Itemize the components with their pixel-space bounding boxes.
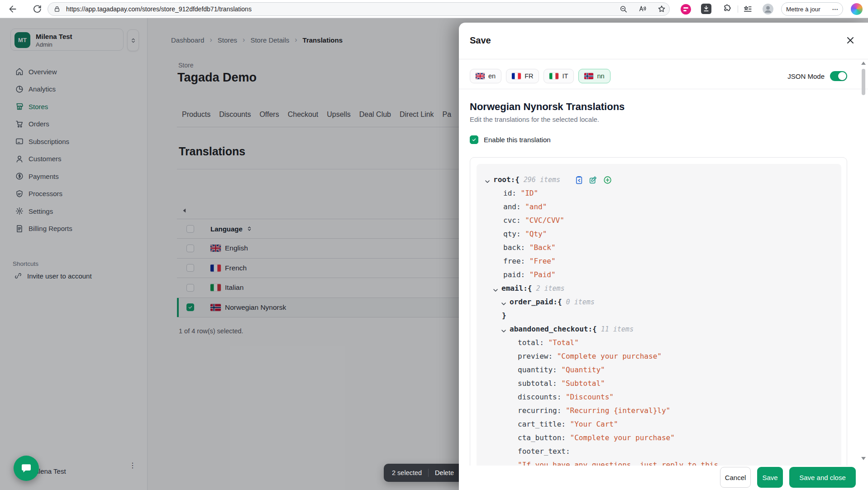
json-line-discounts: discounts: "Discounts"	[477, 390, 841, 404]
json-tree: root:{296 items id: "ID"and: "and"cvc: "…	[477, 164, 841, 466]
scroll-up-icon[interactable]	[861, 62, 866, 65]
add-icon[interactable]	[603, 175, 612, 185]
json-line-paid: paid: "Paid"	[477, 268, 841, 282]
drawer-title: Save	[470, 35, 491, 46]
drawer-scrollbar[interactable]	[861, 61, 866, 461]
profile-avatar[interactable]	[762, 3, 774, 15]
locale-chip-it[interactable]: IT	[544, 69, 574, 83]
extensions-puzzle-icon[interactable]	[721, 4, 731, 14]
drawer-body: Norwegian Nynorsk Translations Edit the …	[459, 89, 868, 466]
flag-gb-icon	[476, 73, 485, 79]
json-line-cart_title: cart_title: "Your Cart"	[477, 418, 841, 431]
json-line-subtotal: subtotal: "Subtotal"	[477, 377, 841, 390]
json-editor: root:{296 items id: "ID"and: "and"cvc: "…	[470, 157, 847, 466]
app-window: MT Milena Test Admin OverviewAnalyticsSt…	[0, 18, 868, 490]
json-line-footer_text: footer_text:	[477, 445, 841, 458]
json-line-cta_button: cta_button: "Complete your purchase"	[477, 431, 841, 445]
paste-icon[interactable]	[574, 175, 583, 185]
save-button[interactable]: Save	[757, 467, 783, 488]
lock-icon	[53, 5, 61, 13]
enable-translation-checkbox[interactable]	[470, 135, 478, 144]
locale-code: nn	[597, 72, 604, 80]
json-line-abandoned_checkout[interactable]: abandoned_checkout:{11 items	[477, 322, 841, 336]
json-line-total: total: "Total"	[477, 336, 841, 350]
scroll-down-icon[interactable]	[861, 457, 866, 460]
refresh-icon[interactable]	[32, 4, 42, 14]
drawer-footer: Cancel Save Save and close	[459, 467, 868, 488]
back-icon[interactable]	[7, 4, 17, 14]
chat-bubble-icon	[20, 462, 32, 474]
json-line-id: id: "ID"	[477, 187, 841, 200]
screen: https://app.tagadapay.com/stores/store_9…	[0, 0, 868, 490]
extension-pink-icon[interactable]	[681, 4, 691, 14]
flag-it-icon	[549, 73, 558, 79]
zoom-icon[interactable]	[619, 5, 628, 14]
favorites-hub-icon[interactable]	[743, 4, 753, 14]
json-value-line: "If you have any questions, just reply t…	[477, 458, 841, 466]
drawer-subheading: Edit the translations for the selected l…	[470, 115, 599, 123]
favorite-star-icon[interactable]	[657, 5, 666, 14]
json-line-and: and: "and"	[477, 200, 841, 214]
delete-button[interactable]: Delete	[435, 469, 454, 476]
browser-toolbar: https://app.tagadapay.com/stores/store_9…	[0, 0, 868, 18]
json-line-qty: qty: "Qty"	[477, 227, 841, 241]
chevron-down-icon[interactable]	[492, 285, 499, 292]
drawer-heading: Norwegian Nynorsk Translations	[470, 101, 625, 113]
update-label: Mettre à jour	[786, 6, 820, 13]
read-aloud-icon[interactable]	[638, 5, 647, 14]
save-and-close-button[interactable]: Save and close	[789, 467, 856, 488]
scrollbar-thumb[interactable]	[862, 69, 865, 95]
json-mode-toggle[interactable]	[830, 71, 847, 81]
download-icon[interactable]	[701, 4, 711, 14]
json-toolbar	[574, 175, 612, 185]
json-line-cvc: cvc: "CVC/CVV"	[477, 214, 841, 227]
chevron-down-icon[interactable]	[484, 176, 491, 183]
edit-icon[interactable]	[588, 175, 598, 185]
locale-code: FR	[525, 72, 533, 80]
json-close-brace: }	[477, 309, 841, 322]
json-line-preview: preview: "Complete your purchase"	[477, 350, 841, 363]
locale-code: IT	[562, 72, 568, 80]
json-line-root[interactable]: root:{296 items	[477, 173, 841, 187]
cancel-button[interactable]: Cancel	[720, 467, 751, 488]
bulk-selected-count: 2 selected	[392, 469, 422, 476]
chevron-down-icon[interactable]	[500, 326, 507, 333]
json-line-back: back: "Back"	[477, 241, 841, 255]
drawer-header-divider	[459, 59, 868, 59]
chevron-down-icon[interactable]	[500, 298, 507, 306]
more-options-icon[interactable]: ⋯	[832, 5, 839, 13]
json-line-recurring: recurring: "Recurring {interval}ly"	[477, 404, 841, 418]
locale-chip-nn[interactable]: nn	[578, 69, 610, 83]
locale-code: en	[488, 72, 496, 80]
enable-translation-row: Enable this translation	[470, 135, 551, 144]
bulk-bar-divider	[428, 469, 429, 477]
json-line-free: free: "Free"	[477, 255, 841, 268]
json-line-email[interactable]: email:{2 items	[477, 282, 841, 295]
locale-chip-row: enFRITnn JSON Mode	[470, 69, 847, 83]
flag-no-icon	[584, 73, 593, 79]
address-bar[interactable]: https://app.tagadapay.com/stores/store_9…	[48, 2, 670, 16]
locale-chip-fr[interactable]: FR	[506, 69, 539, 83]
locale-chip-en[interactable]: en	[470, 69, 501, 83]
json-line-order_paid[interactable]: order_paid:{0 items	[477, 295, 841, 309]
toolbar-divider	[738, 5, 738, 13]
url-text[interactable]: https://app.tagadapay.com/stores/store_9…	[66, 5, 252, 13]
copilot-icon[interactable]	[851, 3, 863, 15]
chat-launcher-button[interactable]	[14, 456, 39, 481]
save-drawer: Save enFRITnn JSON Mode Norwegian Nynors…	[459, 23, 868, 490]
close-icon[interactable]	[845, 35, 855, 45]
browser-update-button[interactable]: Mettre à jour ⋯	[781, 2, 843, 16]
json-mode-label: JSON Mode	[787, 72, 825, 80]
json-line-quantity: quantity: "Quantity"	[477, 363, 841, 377]
enable-translation-label: Enable this translation	[484, 136, 551, 144]
flag-fr-icon	[512, 73, 521, 79]
